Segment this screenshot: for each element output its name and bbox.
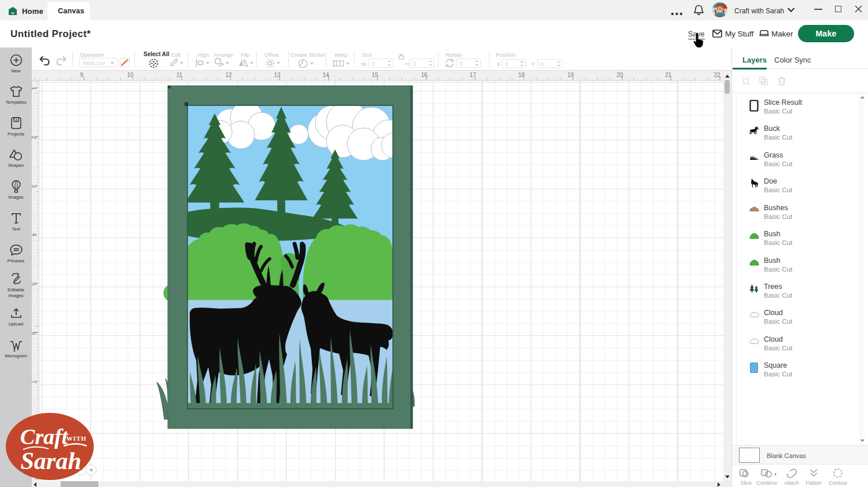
svg-text:Craft: Craft	[20, 424, 69, 449]
svg-text:Sarah: Sarah	[20, 448, 81, 474]
svg-text:WITH: WITH	[66, 435, 86, 442]
